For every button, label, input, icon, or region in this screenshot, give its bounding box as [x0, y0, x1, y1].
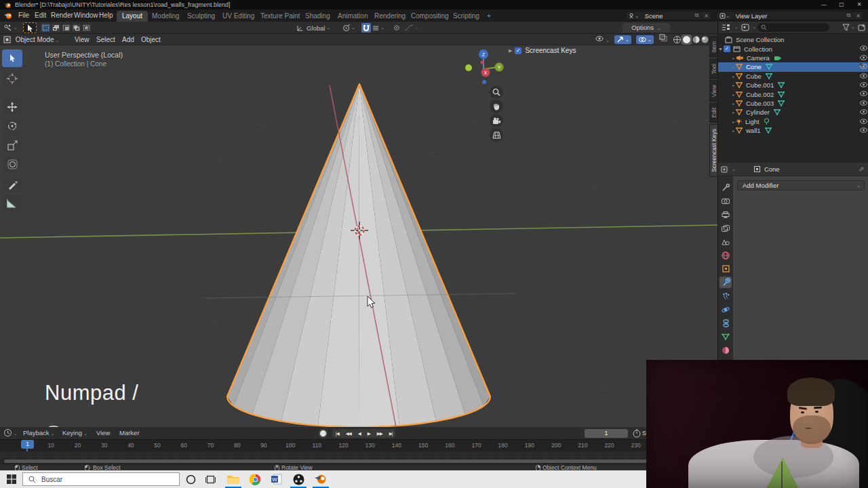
jump-to-start-button[interactable]: |◀ [332, 431, 342, 436]
properties-tab-particles[interactable] [719, 290, 732, 302]
properties-tab-output[interactable] [719, 209, 732, 220]
proportional-editing-icon[interactable] [393, 23, 400, 33]
xray-toggle-icon[interactable] [659, 34, 667, 41]
pin-icon[interactable]: ⇗ [859, 165, 864, 173]
visibility-eye-icon[interactable] [860, 100, 867, 106]
scene-name[interactable]: Scene [642, 12, 692, 20]
view-layer-selector[interactable]: ⌄ View Layer ⧉ ✕ [716, 11, 864, 20]
show-object-types-dropdown[interactable]: ⌄ [595, 34, 610, 46]
timeline-menu-marker[interactable]: Marker [119, 427, 140, 439]
outliner-item-cylinder[interactable]: ▸ Cylinder [718, 108, 868, 117]
select-mode-new-icon[interactable] [41, 24, 50, 32]
select-mode-subtract-icon[interactable] [62, 24, 71, 32]
outliner-item-cube.003[interactable]: ▸ Cube.003 [718, 99, 868, 108]
properties-tab-object[interactable] [719, 263, 732, 274]
timeline-menu-playback[interactable]: Playback⌄ [23, 427, 54, 440]
tab-layout[interactable]: Layout [117, 11, 148, 22]
blender-taskbar-icon[interactable] [314, 472, 328, 486]
outliner-display-mode-icon[interactable] [722, 24, 732, 31]
word-icon[interactable]: W [270, 472, 283, 486]
shading-wireframe-icon[interactable] [673, 35, 682, 44]
maximize-button[interactable]: ▢ [833, 0, 850, 9]
visibility-eye-icon[interactable] [860, 82, 867, 87]
add-modifier-dropdown[interactable]: Add Modifier⌄ [737, 180, 865, 190]
properties-tab-modifier[interactable] [719, 277, 732, 288]
blender-app-icon[interactable] [4, 12, 12, 20]
tool-transform[interactable] [2, 155, 22, 173]
properties-tab-object-data[interactable] [719, 331, 732, 342]
tab-rendering[interactable]: Rendering [369, 11, 411, 22]
properties-tab-tool[interactable] [719, 182, 732, 193]
screencast-keys-panel[interactable]: ▶ ✓ Screencast Keys [509, 47, 576, 54]
tab-edit[interactable]: Edit [709, 103, 717, 123]
menu-help[interactable]: Help [94, 9, 118, 22]
properties-editor-type-icon[interactable] [721, 165, 730, 174]
viewport-menu-object[interactable]: Object [141, 34, 161, 45]
properties-tab-physics[interactable] [719, 304, 732, 315]
outliner-item-light[interactable]: ▸ Light [718, 117, 868, 126]
play-reverse-button[interactable]: ◀ [355, 431, 364, 436]
tab-view[interactable]: View [709, 80, 717, 102]
active-tool-select-box-button[interactable] [23, 22, 37, 33]
outliner-item-cube.001[interactable]: ▸ Cube.001 [718, 81, 868, 89]
scene-browse-icon[interactable]: ⌄ [626, 12, 642, 20]
file-explorer-icon[interactable] [226, 472, 240, 486]
screencast-keys-checkbox[interactable]: ✓ [515, 47, 521, 54]
start-button[interactable] [5, 472, 18, 486]
options-dropdown[interactable]: Options ⌄ [623, 23, 670, 33]
close-button[interactable]: ✕ [850, 0, 868, 9]
tab-scripting[interactable]: Scripting [448, 11, 485, 22]
select-mode-invert-icon[interactable] [72, 24, 81, 32]
pan-view-button[interactable] [490, 100, 503, 113]
view-layer-name[interactable]: View Layer [733, 12, 844, 20]
scene-new-icon[interactable]: ⧉ [692, 12, 702, 20]
tab-screencast-keys[interactable]: Screencast Keys [709, 124, 717, 177]
select-mode-intersect-icon[interactable] [82, 24, 91, 32]
outliner-filter-mode-icon[interactable] [741, 24, 750, 31]
visibility-eye-icon[interactable] [860, 127, 867, 133]
navigation-gizmo[interactable]: Z Y X [463, 42, 512, 91]
taskbar-search-input[interactable]: Buscar [22, 472, 180, 486]
tab-animation[interactable]: Animation [332, 11, 373, 22]
tool-annotate[interactable] [2, 176, 22, 193]
obs-icon[interactable] [292, 472, 305, 486]
tool-select-box[interactable] [2, 49, 22, 67]
visibility-eye-icon[interactable] [860, 91, 867, 96]
properties-tab-world[interactable] [719, 249, 732, 261]
active-tool-selector-icon[interactable]: ⌄ [3, 23, 18, 33]
record-button[interactable] [319, 429, 328, 438]
zoom-view-button[interactable] [490, 85, 503, 99]
collection-checkbox[interactable]: ✓ [724, 45, 730, 52]
snap-settings-dropdown[interactable]: ⌄ [372, 23, 384, 33]
outliner-collection[interactable]: ▼✓Collection [718, 44, 868, 53]
prev-keyframe-button[interactable]: ◀◀ [342, 431, 355, 436]
current-frame-field[interactable]: 1 [585, 429, 628, 438]
new-collection-icon[interactable] [858, 24, 866, 31]
outliner-filter-icon[interactable] [842, 24, 850, 31]
cortana-icon[interactable] [184, 472, 197, 486]
tab-modeling[interactable]: Modeling [146, 11, 185, 22]
outliner-scene-collection[interactable]: Scene Collection [718, 35, 868, 44]
viewport-canvas[interactable] [0, 45, 717, 427]
tab-texture-paint[interactable]: Texture Paint [255, 11, 305, 22]
viewport-menu-select[interactable]: Select [96, 34, 115, 45]
properties-tab-render[interactable] [719, 195, 732, 207]
properties-tab-scene[interactable] [719, 236, 732, 247]
jump-to-end-button[interactable]: ▶| [386, 431, 396, 436]
properties-tab-view-layer[interactable] [719, 222, 732, 234]
outliner-item-cube[interactable]: ▸ Cube [718, 72, 868, 81]
perspective-toggle-button[interactable] [490, 128, 503, 142]
select-mode-extend-icon[interactable] [52, 24, 60, 32]
tool-rotate[interactable] [2, 117, 22, 135]
viewport-3d[interactable]: Object Mode⌄ View Select Add Object ⌄ ⌄ … [0, 34, 717, 427]
tab-add-workspace[interactable]: + [481, 11, 496, 22]
proportional-falloff-dropdown[interactable]: ⌄ [404, 23, 419, 33]
tool-move[interactable] [2, 98, 22, 116]
outliner-item-cone[interactable]: ▸ Cone [718, 62, 868, 71]
outliner-item-cube.002[interactable]: ▸ Cube.002 [718, 89, 868, 98]
outliner-search-input[interactable] [757, 23, 829, 32]
mode-dropdown[interactable]: Object Mode⌄ [3, 34, 59, 46]
visibility-eye-icon[interactable] [860, 45, 867, 51]
tool-scale[interactable] [2, 136, 22, 154]
pivot-point-dropdown[interactable]: ⌄ [342, 23, 355, 33]
